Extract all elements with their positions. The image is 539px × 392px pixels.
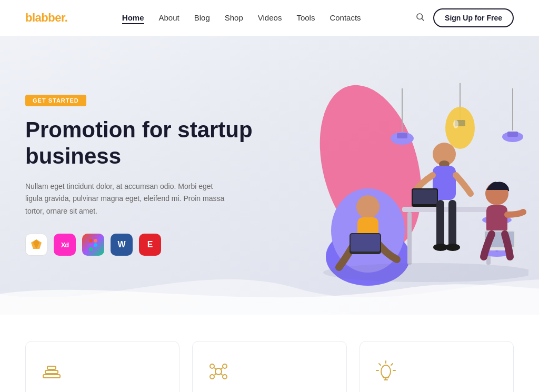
svg-line-57 [221,374,223,375]
svg-point-50 [210,364,214,368]
logo-dot: . [65,11,68,24]
svg-point-0 [417,14,423,19]
figma-icon[interactable] [82,234,104,256]
svg-line-56 [214,374,216,375]
elementor-label: E [147,240,153,249]
svg-rect-8 [89,247,93,251]
nav-contacts[interactable]: Contacts [330,13,361,22]
nav-home[interactable]: Home [122,13,144,24]
svg-point-41 [453,120,458,128]
search-button[interactable] [415,12,425,24]
hero-content: GET STARTED Promotion for startup busine… [25,95,267,256]
svg-line-60 [391,364,393,365]
svg-point-53 [223,375,227,379]
svg-rect-32 [486,205,507,234]
svg-rect-24 [436,200,444,247]
nav-links: Home About Blog Shop Videos Tools Contac… [122,13,361,23]
svg-line-62 [379,364,381,365]
logo[interactable]: blabber. [25,11,67,25]
svg-rect-37 [397,133,407,138]
search-icon [415,12,425,22]
svg-rect-47 [45,370,58,374]
signup-button[interactable]: Sign Up for Free [433,8,514,27]
xd-icon[interactable]: Xd [54,234,76,256]
features-section: Project Management Marketing Activities [0,315,539,392]
xd-label: Xd [61,241,69,249]
nav-right: Sign Up for Free [415,8,514,27]
get-started-badge: GET STARTED [25,95,86,106]
svg-point-58 [381,365,391,378]
hero-description: Nullam eget tincidunt dolor, at accumsan… [25,180,225,218]
hero-section: GET STARTED Promotion for startup busine… [0,36,539,315]
svg-rect-15 [351,234,380,252]
nav-shop[interactable]: Shop [225,13,243,22]
nav-about[interactable]: About [159,13,179,22]
svg-line-1 [422,18,424,21]
svg-point-7 [94,243,97,247]
svg-line-54 [214,368,216,369]
svg-rect-44 [507,132,518,137]
nav-videos[interactable]: Videos [258,13,282,22]
svg-point-45 [323,263,528,282]
svg-line-55 [221,368,223,369]
support-icon [373,358,399,385]
svg-rect-23 [413,189,437,204]
hero-illustration [265,46,528,299]
navbar: blabber. Home About Blog Shop Videos Too… [0,0,539,36]
marketing-icon [205,358,232,385]
project-management-icon [38,358,65,385]
svg-rect-25 [448,200,456,247]
svg-rect-6 [89,243,93,247]
svg-rect-4 [89,239,93,243]
svg-rect-5 [94,239,97,243]
svg-point-39 [445,107,475,149]
feature-card-marketing: Marketing Activities [192,341,346,392]
svg-point-52 [210,375,214,379]
elementor-icon[interactable]: E [139,234,161,256]
svg-rect-17 [407,212,412,265]
svg-rect-48 [47,366,56,369]
feature-card-support: Professional Support [360,341,514,392]
hero-title: Promotion for startup business [25,117,267,170]
sketch-icon[interactable] [25,234,47,256]
tool-icons-row: Xd W E [25,234,267,256]
word-label: W [117,240,125,249]
logo-text: blabber [25,11,65,24]
feature-card-project-management: Project Management [25,341,179,392]
svg-point-12 [356,195,380,218]
svg-rect-46 [43,375,60,378]
nav-tools[interactable]: Tools [296,13,315,22]
nav-blog[interactable]: Blog [194,13,210,22]
svg-point-51 [223,364,227,368]
svg-point-27 [445,244,460,251]
word-icon[interactable]: W [111,234,133,256]
